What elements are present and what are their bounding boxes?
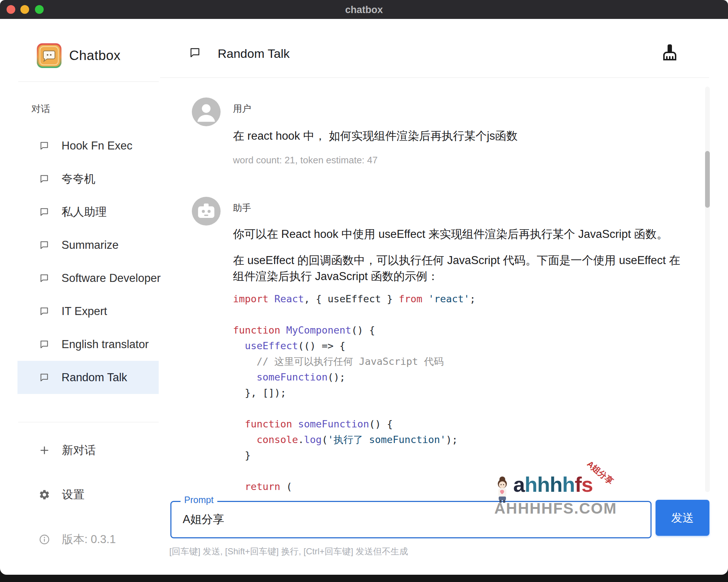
conversations-section-label: 对话 (31, 103, 50, 115)
chat-bubble-icon (39, 239, 50, 251)
code-line: }, []); (233, 385, 476, 400)
code-token: someFunction (298, 418, 369, 430)
code-token (233, 481, 245, 492)
chatbox-logo-icon (36, 43, 62, 68)
window-title: chatbox (0, 4, 728, 16)
code-line: return ( (233, 479, 476, 494)
chat-bubble-icon (39, 372, 50, 383)
new-chat-label: 新对话 (62, 443, 96, 458)
code-token: function (245, 418, 292, 430)
sidebar-item-english-translator[interactable]: English translator (17, 328, 159, 361)
new-chat-button[interactable]: 新对话 (17, 434, 159, 467)
sidebar-item-hook-fn-exec[interactable]: Hook Fn Exec (17, 129, 159, 162)
chat-bubble-icon (39, 306, 50, 317)
code-token: import (233, 293, 269, 304)
prompt-input[interactable] (174, 503, 625, 535)
code-line: function someFunction() { (233, 416, 476, 432)
robot-icon (192, 197, 221, 226)
code-token (233, 371, 257, 383)
code-token: (() => { (298, 340, 345, 351)
info-icon (39, 534, 50, 545)
sidebar-item-label: IT Expert (62, 305, 107, 318)
code-token: . (298, 434, 304, 445)
user-message-meta: word count: 21, token estimate: 47 (233, 155, 377, 166)
sidebar-item-label: Software Developer (62, 272, 161, 285)
code-token: console (257, 434, 298, 445)
settings-label: 设置 (62, 487, 84, 502)
sidebar-item-label: Summarize (62, 239, 119, 252)
chat-bubble-icon (188, 46, 202, 59)
send-button[interactable]: 发送 (656, 500, 709, 536)
code-token: '执行了 someFunction' (328, 434, 446, 445)
code-token: someFunction (257, 371, 328, 383)
code-line: function MyComponent() { (233, 322, 476, 338)
gear-icon (39, 489, 50, 501)
chat-bubble-icon (39, 272, 50, 284)
sidebar-item-label: Random Talk (62, 371, 127, 384)
sidebar-item--[interactable]: 夸夸机 (17, 162, 159, 195)
code-token: // 这里可以执行任何 JavaScript 代码 (233, 356, 444, 367)
chat-bubble-icon (39, 339, 50, 350)
assistant-paragraph-line: 在 useEffect 的回调函数中，可以执行任何 JavaScript 代码。… (233, 252, 713, 268)
sidebar-item--[interactable]: 私人助理 (17, 195, 159, 228)
code-token (292, 418, 298, 430)
code-token (422, 293, 428, 304)
clean-messages-button[interactable] (661, 44, 678, 61)
user-message-text: 在 react hook 中， 如何实现组件渲染后再执行某个js函数 (233, 128, 518, 144)
code-block: import React, { useEffect } from 'react'… (233, 291, 476, 494)
code-token: ( (322, 434, 328, 445)
app-logo-row: Chatbox (36, 43, 120, 68)
code-token: (); (328, 371, 345, 383)
user-avatar (192, 97, 221, 126)
code-token: 'react' (428, 293, 470, 304)
chat-bubble-icon (39, 140, 50, 151)
version-label: 版本: 0.3.1 (62, 532, 116, 547)
code-token: ; (470, 293, 475, 304)
code-token: } (233, 450, 251, 461)
app-name: Chatbox (69, 48, 120, 63)
sidebar-divider (18, 81, 159, 82)
code-token: , { useEffect } (304, 293, 399, 304)
code-token (280, 324, 286, 336)
settings-button[interactable]: 设置 (17, 478, 159, 511)
code-token: return (245, 481, 281, 492)
code-line: } (233, 447, 476, 463)
code-token: () { (351, 324, 375, 336)
sidebar-item-software-developer[interactable]: Software Developer (17, 262, 159, 295)
assistant-avatar (192, 197, 221, 226)
titlebar: chatbox (0, 0, 728, 19)
code-token: from (399, 293, 422, 304)
code-line (233, 463, 476, 479)
chat-bubble-icon (39, 173, 50, 184)
scrollbar-thumb[interactable] (705, 151, 710, 208)
person-icon (192, 97, 221, 126)
code-line (233, 400, 476, 416)
version-row: 版本: 0.3.1 (17, 523, 159, 556)
sidebar-divider (18, 422, 159, 422)
code-token (233, 434, 257, 445)
code-token: }, []); (233, 387, 286, 398)
code-token: ( (280, 481, 292, 492)
code-token (233, 418, 245, 430)
code-token: log (304, 434, 322, 445)
assistant-role-label: 助手 (233, 202, 251, 214)
code-token: function (233, 324, 280, 336)
code-token: ); (446, 434, 458, 445)
page-title: Random Talk (218, 47, 290, 61)
prompt-label: Prompt (181, 495, 217, 505)
sidebar-item-random-talk[interactable]: Random Talk (17, 361, 159, 394)
assistant-paragraph-line: 组件渲染后执行 JavaScript 函数的示例： (233, 268, 713, 284)
sidebar-item-label: English translator (62, 338, 149, 351)
code-line (233, 307, 476, 322)
sidebar-item-it-expert[interactable]: IT Expert (17, 295, 159, 328)
plus-icon (39, 445, 50, 456)
sidebar-item-label: 夸夸机 (62, 171, 95, 187)
code-line: import React, { useEffect } from 'react'… (233, 291, 476, 307)
assistant-paragraph-1: 你可以在 React hook 中使用 useEffect 来实现组件渲染后再执… (233, 226, 706, 242)
sidebar-item-summarize[interactable]: Summarize (17, 228, 159, 262)
code-token: () { (369, 418, 393, 430)
code-token (233, 340, 245, 351)
user-role-label: 用户 (233, 103, 251, 115)
keyboard-hint: [回车键] 发送, [Shift+回车键] 换行, [Ctrl+回车键] 发送但… (169, 546, 408, 557)
code-line: someFunction(); (233, 369, 476, 385)
